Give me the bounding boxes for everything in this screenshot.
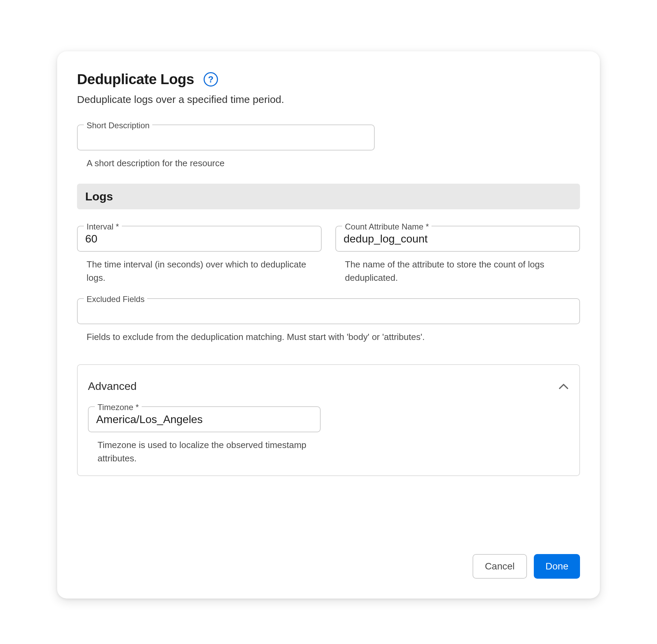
chevron-up-icon — [558, 381, 569, 392]
interval-label: Interval * — [84, 222, 122, 232]
advanced-panel: Advanced Timezone * Timezone is used to … — [77, 364, 580, 476]
timezone-group: Timezone * Timezone is used to localize … — [88, 406, 321, 465]
count-attribute-group: Count Attribute Name * The name of the a… — [335, 226, 580, 285]
advanced-title: Advanced — [88, 380, 137, 393]
count-attribute-helper: The name of the attribute to store the c… — [335, 258, 580, 285]
timezone-label: Timezone * — [95, 403, 142, 412]
short-description-group: Short Description A short description fo… — [77, 124, 375, 170]
excluded-fields-helper: Fields to exclude from the deduplication… — [77, 330, 580, 344]
interval-group: Interval * The time interval (in seconds… — [77, 226, 322, 285]
dialog-header: Deduplicate Logs ? — [77, 71, 580, 88]
help-icon[interactable]: ? — [204, 72, 218, 87]
advanced-content: Timezone * Timezone is used to localize … — [88, 406, 569, 465]
count-attribute-label: Count Attribute Name * — [342, 222, 431, 232]
dialog-subtitle: Deduplicate logs over a specified time p… — [77, 94, 580, 105]
advanced-toggle[interactable]: Advanced — [88, 380, 569, 393]
dialog-title: Deduplicate Logs — [77, 71, 194, 88]
excluded-fields-label: Excluded Fields — [84, 294, 147, 304]
done-button[interactable]: Done — [534, 554, 580, 579]
cancel-button[interactable]: Cancel — [473, 554, 527, 579]
excluded-fields-input[interactable] — [77, 298, 580, 324]
timezone-helper: Timezone is used to localize the observe… — [88, 438, 321, 465]
logs-field-row: Interval * The time interval (in seconds… — [77, 226, 580, 298]
interval-helper: The time interval (in seconds) over whic… — [77, 258, 322, 285]
logs-section-header: Logs — [77, 184, 580, 209]
deduplicate-logs-dialog: Deduplicate Logs ? Deduplicate logs over… — [57, 51, 600, 599]
dialog-footer: Cancel Done — [77, 540, 580, 579]
excluded-fields-group: Excluded Fields Fields to exclude from t… — [77, 298, 580, 344]
short-description-helper: A short description for the resource — [77, 157, 375, 170]
short-description-label: Short Description — [84, 121, 152, 130]
